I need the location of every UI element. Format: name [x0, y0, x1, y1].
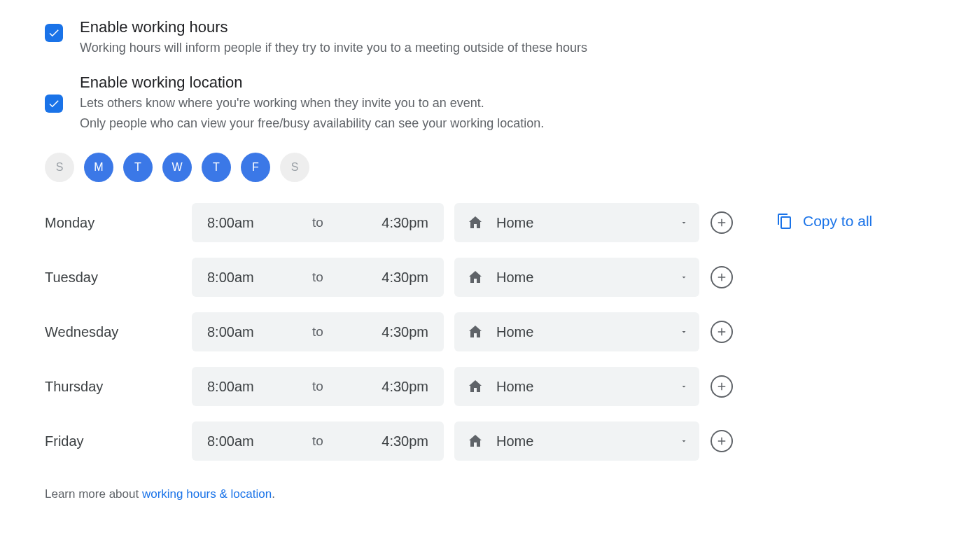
- add-time-range-button[interactable]: [710, 266, 733, 288]
- time-separator: to: [312, 433, 323, 449]
- location-label: Home: [496, 433, 533, 449]
- copy-to-all-label: Copy to all: [803, 213, 872, 230]
- working-location-checkbox[interactable]: [45, 95, 63, 113]
- working-location-desc-1: Lets others know where you're working wh…: [80, 93, 544, 113]
- day-label: Friday: [45, 433, 192, 449]
- learn-more-suffix: .: [272, 487, 275, 501]
- add-time-range-button[interactable]: [710, 321, 733, 343]
- start-time: 8:00am: [207, 433, 254, 449]
- check-icon: [48, 97, 60, 110]
- day-chip-0[interactable]: S: [45, 153, 74, 182]
- plus-icon: [715, 435, 728, 447]
- home-icon: [467, 214, 484, 231]
- time-separator: to: [312, 379, 323, 394]
- chevron-down-icon: [680, 273, 688, 281]
- check-icon: [48, 27, 60, 39]
- home-icon: [467, 433, 484, 449]
- end-time: 4:30pm: [382, 379, 428, 395]
- time-separator: to: [312, 270, 323, 285]
- schedule-row: Friday8:00amto4:30pmHome: [45, 421, 935, 461]
- time-separator: to: [312, 324, 323, 340]
- location-label: Home: [496, 324, 533, 340]
- working-hours-schedule: Monday8:00amto4:30pmHomeCopy to allTuesd…: [45, 203, 935, 461]
- copy-to-all-button[interactable]: Copy to all: [776, 213, 872, 230]
- time-range-select[interactable]: 8:00amto4:30pm: [192, 258, 444, 297]
- schedule-row: Wednesday8:00amto4:30pmHome: [45, 312, 935, 351]
- time-range-select[interactable]: 8:00amto4:30pm: [192, 203, 444, 242]
- plus-icon: [715, 216, 728, 229]
- working-location-title: Enable working location: [80, 74, 544, 92]
- working-hours-title: Enable working hours: [80, 18, 587, 36]
- schedule-row: Thursday8:00amto4:30pmHome: [45, 367, 935, 406]
- location-label: Home: [496, 379, 533, 395]
- day-chip-1[interactable]: M: [84, 153, 113, 182]
- day-label: Monday: [45, 215, 192, 231]
- end-time: 4:30pm: [382, 215, 428, 231]
- location-select[interactable]: Home: [454, 203, 699, 242]
- home-icon: [467, 323, 484, 340]
- time-range-select[interactable]: 8:00amto4:30pm: [192, 421, 444, 461]
- time-range-select[interactable]: 8:00amto4:30pm: [192, 312, 444, 351]
- home-icon: [467, 269, 484, 286]
- end-time: 4:30pm: [382, 433, 428, 449]
- time-separator: to: [312, 215, 323, 230]
- location-select[interactable]: Home: [454, 258, 699, 297]
- learn-more-prefix: Learn more about: [45, 487, 142, 501]
- start-time: 8:00am: [207, 270, 254, 286]
- chevron-down-icon: [680, 328, 688, 336]
- chevron-down-icon: [680, 437, 688, 445]
- location-select[interactable]: Home: [454, 312, 699, 351]
- plus-icon: [715, 380, 728, 393]
- setting-working-hours: Enable working hours Working hours will …: [45, 18, 935, 58]
- day-chip-5[interactable]: F: [241, 153, 270, 182]
- chevron-down-icon: [680, 218, 688, 227]
- end-time: 4:30pm: [382, 270, 428, 286]
- day-label: Tuesday: [45, 270, 192, 286]
- plus-icon: [715, 271, 728, 284]
- day-chip-3[interactable]: W: [162, 153, 192, 182]
- end-time: 4:30pm: [382, 324, 428, 340]
- start-time: 8:00am: [207, 379, 254, 395]
- plus-icon: [715, 326, 728, 338]
- location-select[interactable]: Home: [454, 367, 699, 406]
- home-icon: [467, 378, 484, 395]
- add-time-range-button[interactable]: [710, 211, 733, 234]
- copy-icon: [776, 213, 793, 230]
- schedule-row: Tuesday8:00amto4:30pmHome: [45, 258, 935, 297]
- day-label: Thursday: [45, 379, 192, 395]
- day-chip-6[interactable]: S: [280, 153, 309, 182]
- day-chip-2[interactable]: T: [123, 153, 153, 182]
- working-location-desc-2: Only people who can view your free/busy …: [80, 113, 544, 134]
- location-label: Home: [496, 270, 533, 286]
- working-hours-desc: Working hours will inform people if they…: [80, 38, 587, 58]
- location-select[interactable]: Home: [454, 421, 699, 461]
- working-hours-checkbox[interactable]: [45, 24, 63, 42]
- setting-working-location: Enable working location Lets others know…: [45, 74, 935, 134]
- day-of-week-picker: SMTWTFS: [45, 153, 935, 182]
- start-time: 8:00am: [207, 324, 254, 340]
- start-time: 8:00am: [207, 215, 254, 231]
- chevron-down-icon: [680, 382, 688, 391]
- location-label: Home: [496, 215, 533, 231]
- learn-more-text: Learn more about working hours & locatio…: [45, 487, 935, 501]
- day-chip-4[interactable]: T: [202, 153, 231, 182]
- schedule-row: Monday8:00amto4:30pmHomeCopy to all: [45, 203, 935, 242]
- add-time-range-button[interactable]: [710, 375, 733, 398]
- day-label: Wednesday: [45, 324, 192, 340]
- time-range-select[interactable]: 8:00amto4:30pm: [192, 367, 444, 406]
- learn-more-link[interactable]: working hours & location: [142, 487, 272, 501]
- add-time-range-button[interactable]: [710, 430, 733, 452]
